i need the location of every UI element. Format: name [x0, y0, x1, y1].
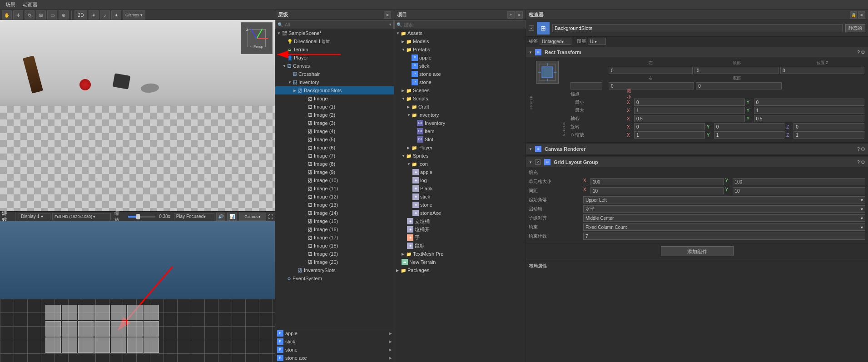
proj-sprite-apple[interactable]: ◈ apple: [394, 168, 526, 176]
tree-item-image18[interactable]: 🖼Image (18): [275, 242, 394, 250]
proj-sprite-stoneaxe[interactable]: ◈ stoneAxe: [394, 209, 526, 217]
pivot-x[interactable]: 0.5: [634, 115, 745, 122]
scene-gizmos[interactable]: Gizmos ▾: [123, 10, 145, 20]
proj-sprite-plank[interactable]: ◈ Plank: [394, 184, 526, 193]
light-button[interactable]: ☀: [89, 10, 99, 20]
proj-newterrain[interactable]: ⛰ New Terrain: [394, 258, 526, 266]
2d-button[interactable]: 2D: [74, 10, 87, 20]
gl-help[interactable]: ?: [857, 159, 860, 165]
gl-settings[interactable]: ⚙: [861, 159, 865, 165]
audio-button[interactable]: ♪: [100, 10, 110, 20]
sc-z[interactable]: 1: [794, 131, 864, 139]
tree-item-canvas[interactable]: ▼ 🖼 Canvas: [275, 62, 394, 70]
cr-help[interactable]: ?: [857, 146, 860, 152]
stretch-icon[interactable]: [536, 61, 559, 84]
tree-item-image8[interactable]: 🖼Image (8): [275, 160, 394, 168]
startcorner-dropdown[interactable]: Upper Left ▾: [583, 196, 865, 203]
rt-help[interactable]: ?: [857, 50, 860, 55]
rt-collapse[interactable]: ▼: [529, 50, 533, 55]
tree-item-image15[interactable]: 🖼Image (15): [275, 217, 394, 225]
tree-item-image11[interactable]: 🖼Image (11): [275, 184, 394, 193]
object-active-checkbox[interactable]: ✓: [529, 25, 534, 31]
menu-animator[interactable]: 动画器: [19, 1, 41, 8]
rt-right-value[interactable]: 0: [609, 82, 694, 89]
cellsize-x[interactable]: 100: [590, 178, 724, 185]
tree-item-image4[interactable]: 🖼Image (4): [275, 127, 394, 135]
scene-gizmo[interactable]: Z < Persp: [241, 22, 273, 54]
tree-item-inventoryslots[interactable]: 🖼 InventorySlots: [275, 266, 394, 274]
audio-toggle[interactable]: 🔊: [216, 213, 225, 221]
gl-enabled[interactable]: ✓: [535, 159, 541, 165]
rot-y[interactable]: 0: [714, 123, 785, 130]
transform-tool[interactable]: ⊕: [59, 10, 69, 20]
tree-arrow-samplescene[interactable]: ▼: [277, 31, 282, 35]
cellsize-y[interactable]: 100: [733, 178, 866, 185]
proj-scenes[interactable]: ▶ 📁 Scenes: [394, 86, 526, 94]
anchor-min-x[interactable]: 0: [634, 99, 745, 106]
proj-craft[interactable]: ▶ 📁 Craft: [394, 103, 526, 111]
tree-item-backgroundslots[interactable]: ▶ 🖼 BackgroundSlots: [275, 86, 394, 94]
tree-item-terrain[interactable]: ⛰ Terrain: [275, 45, 394, 54]
tree-item-image14[interactable]: 🖼Image (14): [275, 209, 394, 217]
proj-stone[interactable]: P stone: [394, 78, 526, 86]
tree-item-inventory[interactable]: ▼ 🖼 Inventory: [275, 78, 394, 86]
rot-x[interactable]: 0: [634, 123, 705, 130]
sc-y[interactable]: 1: [714, 131, 785, 139]
tree-item-image[interactable]: 🖼Image: [275, 94, 394, 103]
cr-settings[interactable]: ⚙: [861, 146, 865, 152]
anchor-max-x[interactable]: 1: [634, 107, 745, 114]
proj-cursor[interactable]: ◈ 鼠标: [394, 242, 526, 250]
tree-item-image7[interactable]: 🖼Image (7): [275, 152, 394, 160]
gl-collapse[interactable]: ▼: [529, 160, 533, 164]
tree-arrow-inventory[interactable]: ▼: [288, 80, 293, 84]
proj-inv-script[interactable]: C# Inventory: [394, 119, 526, 127]
spacing-y[interactable]: 10: [733, 187, 866, 194]
fx-button[interactable]: ✦: [111, 10, 121, 20]
project-add[interactable]: +: [507, 11, 515, 19]
project-menu[interactable]: ≡: [516, 11, 523, 19]
tree-item-samplescene[interactable]: ▼ 🎬 SampleScene*: [275, 29, 394, 37]
proj-models[interactable]: ▶ 📁 Models: [394, 37, 526, 45]
tree-item-image20[interactable]: 🖼Image (20): [275, 258, 394, 266]
tree-item-crosshair[interactable]: 🖼 Crosshair: [275, 70, 394, 78]
proj-packages[interactable]: ▶ 📁 Packages: [394, 266, 526, 274]
tree-arrow-bgslots[interactable]: ▶: [293, 89, 298, 93]
cr-collapse[interactable]: ▼: [529, 147, 533, 151]
scale-slider[interactable]: [128, 216, 155, 218]
startaxis-dropdown[interactable]: 水平 ▾: [583, 205, 865, 213]
footer-stick[interactable]: P stick ▶: [275, 337, 394, 346]
tree-item-image13[interactable]: 🖼Image (13): [275, 201, 394, 209]
proj-sprite-log[interactable]: ◈ log: [394, 176, 526, 184]
menu-scene[interactable]: 场景: [2, 1, 19, 8]
play-mode-dropdown[interactable]: Play Focused ▾: [174, 213, 215, 220]
constraintcount-value[interactable]: 7: [583, 233, 865, 240]
inspector-menu[interactable]: ≡: [858, 11, 865, 19]
rt-settings[interactable]: ⚙: [861, 50, 865, 55]
proj-sprite-stick[interactable]: ◈ stick: [394, 193, 526, 201]
tree-item-image17[interactable]: 🖼Image (17): [275, 233, 394, 242]
proj-player-folder[interactable]: ▶ 📁 Player: [394, 144, 526, 152]
project-search-input[interactable]: [404, 22, 523, 27]
proj-hand[interactable]: ◈ 手: [394, 233, 526, 242]
spacing-x[interactable]: 10: [590, 187, 724, 194]
tree-item-eventsystem[interactable]: ⚙ EventSystem: [275, 274, 394, 283]
game-viewport[interactable]: [0, 221, 275, 362]
rotate-tool[interactable]: ↻: [25, 10, 35, 20]
hierarchy-menu[interactable]: ≡: [384, 11, 391, 19]
scene-viewport[interactable]: ✋ ✛ ↻ ⊞ ▭ ⊕ 2D ☀ ♪ ✦ Gizmos ▾: [0, 10, 275, 211]
stats-toggle[interactable]: 📊: [227, 213, 237, 221]
tree-item-image19[interactable]: 🖼Image (19): [275, 250, 394, 258]
tree-item-image1[interactable]: 🖼Image (1): [275, 103, 394, 111]
gizmos-toggle[interactable]: Gizmos ▾: [239, 213, 266, 221]
tree-item-image2[interactable]: 🖼Image (2): [275, 111, 394, 119]
object-name-field[interactable]: BackgroundSlots: [552, 24, 843, 32]
inspector-lock[interactable]: 🔒: [850, 11, 857, 19]
hand-tool[interactable]: ✋: [2, 10, 12, 20]
tree-item-image9[interactable]: 🖼Image (9): [275, 168, 394, 176]
rect-tool[interactable]: ▭: [47, 10, 57, 20]
proj-item-script[interactable]: C# Item: [394, 127, 526, 135]
layer-dropdown[interactable]: UI ▾: [588, 38, 606, 45]
rot-z[interactable]: 0: [794, 123, 864, 130]
proj-slot-script[interactable]: C# Slot: [394, 135, 526, 144]
proj-apple[interactable]: P apple: [394, 54, 526, 62]
